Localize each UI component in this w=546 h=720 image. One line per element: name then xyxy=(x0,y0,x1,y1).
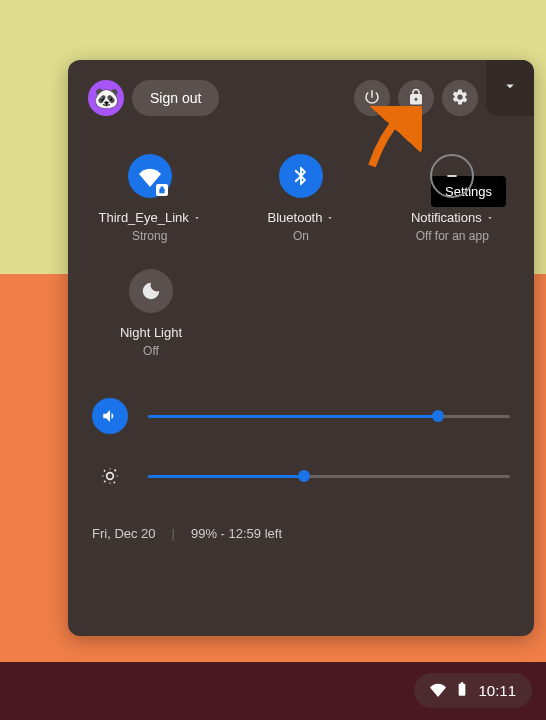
footer-separator: | xyxy=(172,526,175,541)
wifi-lock-badge-icon xyxy=(156,184,168,196)
brightness-icon[interactable] xyxy=(92,458,128,494)
avatar[interactable]: 🐼 xyxy=(88,80,124,116)
shelf-battery-icon xyxy=(454,681,470,700)
power-button[interactable] xyxy=(354,80,390,116)
brightness-slider-row xyxy=(92,458,510,494)
volume-slider[interactable] xyxy=(148,415,510,418)
shelf-status-area[interactable]: 10:11 xyxy=(414,673,532,708)
quick-settings-panel: 🐼 Sign out Settings xyxy=(68,60,534,636)
footer-date: Fri, Dec 20 xyxy=(92,526,156,541)
wifi-icon xyxy=(128,154,172,198)
volume-icon[interactable] xyxy=(92,398,128,434)
night-light-icon xyxy=(129,269,173,313)
bluetooth-label: Bluetooth xyxy=(268,210,323,225)
wifi-status: Strong xyxy=(132,229,167,243)
wifi-label: Third_Eye_Link xyxy=(99,210,189,225)
brightness-slider[interactable] xyxy=(148,475,510,478)
lock-button[interactable] xyxy=(398,80,434,116)
caret-icon xyxy=(486,214,494,222)
night-light-tile[interactable]: Night Light Off xyxy=(76,261,226,366)
gear-icon xyxy=(451,88,469,109)
settings-button[interactable] xyxy=(442,80,478,116)
caret-icon xyxy=(326,214,334,222)
quick-tiles-row-1: Third_Eye_Link Strong Bluetooth On Notif… xyxy=(68,136,534,251)
notifications-label: Notifications xyxy=(411,210,482,225)
caret-icon xyxy=(193,214,201,222)
header-row: 🐼 Sign out xyxy=(68,60,534,136)
power-icon xyxy=(363,88,381,109)
wifi-tile[interactable]: Third_Eye_Link Strong xyxy=(76,146,223,251)
chevron-down-icon xyxy=(501,77,519,99)
night-light-label: Night Light xyxy=(120,325,182,340)
lock-icon xyxy=(407,88,425,109)
bluetooth-status: On xyxy=(293,229,309,243)
do-not-disturb-icon xyxy=(430,154,474,198)
footer-row: Fri, Dec 20 | 99% - 12:59 left xyxy=(68,518,534,549)
collapse-button[interactable] xyxy=(486,60,534,116)
footer-battery: 99% - 12:59 left xyxy=(191,526,282,541)
bluetooth-tile[interactable]: Bluetooth On xyxy=(227,146,374,251)
volume-slider-row xyxy=(92,398,510,434)
sliders-section xyxy=(68,382,534,494)
bluetooth-icon xyxy=(279,154,323,198)
quick-tiles-row-2: Night Light Off xyxy=(68,251,534,382)
night-light-status: Off xyxy=(143,344,159,358)
notifications-status: Off for an app xyxy=(416,229,489,243)
sign-out-button[interactable]: Sign out xyxy=(132,80,219,116)
shelf-time: 10:11 xyxy=(478,682,516,699)
shelf-wifi-icon xyxy=(430,681,446,700)
